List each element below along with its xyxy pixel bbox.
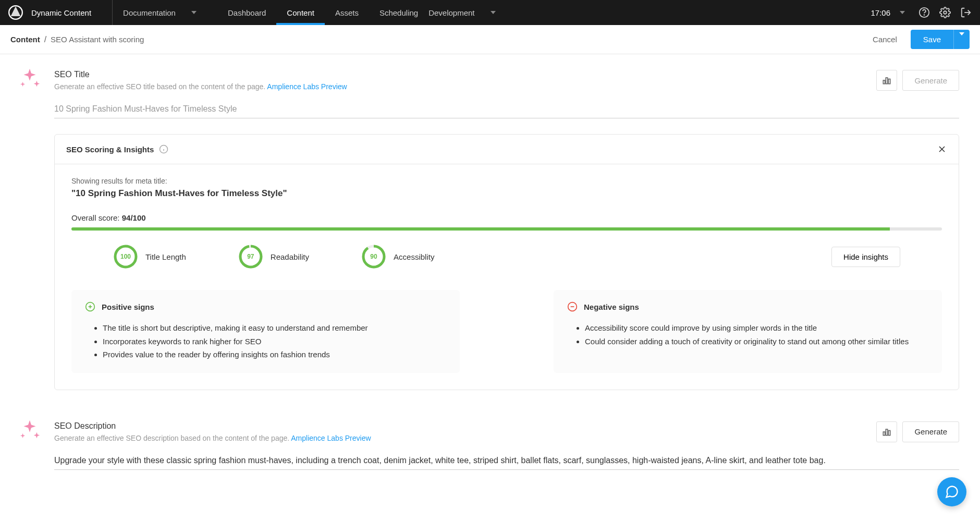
metric-label: Accessiblity: [394, 252, 434, 261]
sparkle-icon: [18, 67, 42, 91]
labs-preview-link[interactable]: Amplience Labs Preview: [291, 434, 371, 442]
seo-title-input[interactable]: [54, 100, 959, 118]
section-header: SEO Description Generate an effective SE…: [21, 421, 959, 442]
stats-button[interactable]: [876, 421, 897, 442]
negative-signs-card: Negative signs Accessibility score could…: [554, 290, 942, 373]
overall-label-text: Overall score:: [71, 213, 122, 222]
tab-scheduling[interactable]: Scheduling: [369, 0, 428, 25]
signs-header: Negative signs: [567, 301, 928, 312]
topbar-right: 17:06: [871, 7, 972, 18]
insights-title: SEO Scoring & Insights: [66, 145, 154, 154]
insights-body: Showing results for meta title: "10 Spri…: [55, 164, 959, 390]
top-navbar: Dynamic Content Documentation Dashboard …: [0, 0, 980, 25]
chat-icon: [945, 485, 959, 499]
tab-assets[interactable]: Assets: [325, 0, 369, 25]
signs-title: Positive signs: [102, 303, 154, 311]
seo-description-section: SEO Description Generate an effective SE…: [10, 421, 959, 470]
bar-chart-icon: [881, 75, 892, 86]
list-item: Accessibility score could improve by usi…: [585, 321, 928, 335]
seo-description-input[interactable]: [54, 452, 959, 470]
development-label: Development: [428, 8, 474, 17]
insights-header: SEO Scoring & Insights: [55, 135, 959, 164]
list-item: Could consider adding a touch of creativ…: [585, 335, 928, 348]
list-item: Incorporates keywords to rank higher for…: [103, 335, 446, 348]
chevron-down-icon[interactable]: [900, 11, 905, 14]
plus-circle-icon: [85, 301, 95, 312]
minus-circle-icon: [567, 301, 578, 312]
gear-icon[interactable]: [939, 7, 951, 18]
tab-label: Content: [287, 8, 314, 17]
documentation-label: Documentation: [123, 8, 176, 17]
ring-value: 97: [238, 244, 263, 269]
logout-icon[interactable]: [960, 7, 972, 18]
list-item: The title is short but descriptive, maki…: [103, 321, 446, 335]
divider: [112, 0, 113, 25]
save-button[interactable]: Save: [911, 30, 953, 49]
chevron-down-icon: [191, 11, 197, 14]
positive-list: The title is short but descriptive, maki…: [85, 321, 446, 361]
labs-preview-link[interactable]: Amplience Labs Preview: [267, 82, 347, 91]
subtitle-text: Generate an effective SEO title based on…: [54, 82, 267, 91]
section-subtitle: Generate an effective SEO description ba…: [54, 434, 371, 442]
sparkle-icon: [18, 418, 42, 442]
metrics-row: 100 Title Length 97 Readability: [71, 244, 942, 269]
svg-rect-26: [889, 430, 890, 435]
save-dropdown-button[interactable]: [953, 30, 970, 49]
svg-point-3: [944, 11, 947, 14]
section-subtitle: Generate an effective SEO title based on…: [54, 82, 347, 91]
ring-value: 100: [113, 244, 138, 269]
info-icon[interactable]: [159, 144, 168, 154]
metric-label: Title Length: [145, 252, 186, 261]
bar-chart-icon: [881, 427, 892, 437]
score-ring: 100: [113, 244, 138, 269]
ring-value: 90: [361, 244, 386, 269]
hide-insights-button[interactable]: Hide insights: [831, 247, 900, 267]
svg-rect-5: [884, 80, 885, 84]
seo-title-section: SEO Title Generate an effective SEO titl…: [10, 70, 959, 390]
chevron-down-icon: [491, 11, 496, 14]
results-label: Showing results for meta title:: [71, 177, 942, 185]
close-icon[interactable]: [937, 144, 947, 154]
svg-rect-24: [884, 432, 885, 436]
development-dropdown[interactable]: Development: [428, 8, 495, 17]
tab-label: Dashboard: [228, 8, 266, 17]
main-content: SEO Title Generate an effective SEO titl…: [0, 54, 980, 517]
metric-accessibility: 90 Accessiblity: [361, 244, 434, 269]
section-title: SEO Description: [54, 421, 371, 431]
brand-logo-icon: [8, 5, 23, 20]
chevron-down-icon: [959, 32, 964, 43]
overall-value: 94/100: [122, 213, 146, 222]
section-header: SEO Title Generate an effective SEO titl…: [21, 70, 959, 91]
chat-fab[interactable]: [937, 477, 966, 506]
metric-label: Readability: [271, 252, 309, 261]
cancel-button[interactable]: Cancel: [865, 31, 904, 48]
tab-dashboard[interactable]: Dashboard: [217, 0, 276, 25]
meta-title-display: "10 Spring Fashion Must-Haves for Timele…: [71, 188, 942, 199]
signs-header: Positive signs: [85, 301, 446, 312]
score-ring: 97: [238, 244, 263, 269]
section-header-text: SEO Title Generate an effective SEO titl…: [21, 70, 347, 91]
subtitle-text: Generate an effective SEO description ba…: [54, 434, 291, 442]
generate-button[interactable]: Generate: [902, 421, 959, 442]
score-ring: 90: [361, 244, 386, 269]
breadcrumb-bar: Content / SEO Assistant with scoring Can…: [0, 25, 980, 54]
insights-panel: SEO Scoring & Insights Showing results f…: [54, 134, 959, 390]
breadcrumb-separator: /: [44, 35, 46, 44]
stats-button[interactable]: [876, 70, 897, 91]
score-bar-fill: [71, 227, 890, 231]
documentation-dropdown[interactable]: Documentation: [123, 8, 197, 17]
svg-point-2: [924, 15, 925, 15]
page-actions: Cancel Save: [865, 30, 970, 49]
section-actions: Generate: [876, 70, 959, 91]
help-icon[interactable]: [918, 7, 930, 18]
nav-tabs: Dashboard Content Assets Scheduling: [217, 0, 428, 25]
overall-score-bar: [71, 227, 942, 231]
section-actions: Generate: [876, 421, 959, 442]
tab-content[interactable]: Content: [276, 0, 325, 25]
section-title: SEO Title: [54, 70, 347, 79]
generate-button-disabled: Generate: [902, 70, 959, 91]
overall-score-label: Overall score: 94/100: [71, 213, 942, 222]
breadcrumb-root[interactable]: Content: [10, 35, 40, 44]
list-item: Provides value to the reader by offering…: [103, 348, 446, 361]
metric-title-length: 100 Title Length: [113, 244, 186, 269]
